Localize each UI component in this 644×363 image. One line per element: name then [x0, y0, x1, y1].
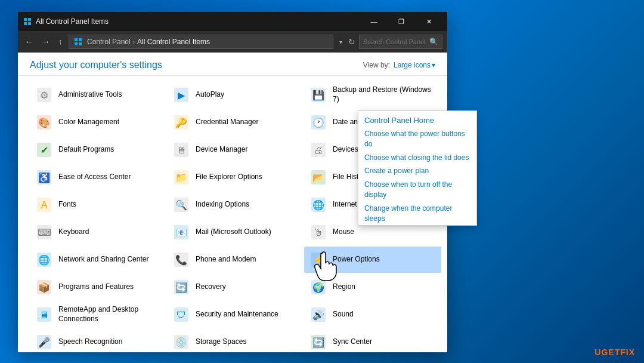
svg-text:A: A: [41, 200, 48, 210]
item-security-maintenance[interactable]: 🛡 Security and Maintenance: [167, 302, 304, 328]
item-autoplay[interactable]: ▶ AutoPlay: [167, 82, 304, 108]
item-remoteapp[interactable]: 🖥 RemoteApp and Desktop Connections: [30, 302, 167, 328]
side-panel-link-2[interactable]: Create a power plan: [358, 164, 476, 178]
item-device-manager[interactable]: 🖥 Device Manager: [167, 137, 304, 163]
item-indexing-options[interactable]: 🔍 Indexing Options: [167, 192, 304, 218]
item-icon-keyboard: ⌨: [35, 223, 54, 242]
item-label-indexing-options: Indexing Options: [196, 200, 249, 210]
item-recovery[interactable]: 🔄 Recovery: [167, 274, 304, 300]
item-icon-ease-of-access: ♿: [35, 168, 54, 187]
item-speech-recognition[interactable]: 🎤 Speech Recognition: [30, 329, 167, 352]
watermark: UGETFIX: [595, 347, 635, 357]
breadcrumb[interactable]: Control Panel › All Control Panel Items: [69, 35, 333, 49]
item-icon-autoplay: ▶: [172, 85, 191, 104]
item-label-device-manager: Device Manager: [196, 145, 247, 155]
breadcrumb-segment-1[interactable]: Control Panel: [87, 38, 131, 46]
item-keyboard[interactable]: ⌨ Keyboard: [30, 219, 167, 245]
side-panel-link-1[interactable]: Choose what closing the lid does: [358, 151, 476, 165]
watermark-brand: UGETFIX: [595, 347, 635, 357]
forward-button[interactable]: →: [39, 36, 52, 48]
item-network-sharing[interactable]: 🌐 Network and Sharing Center: [30, 247, 167, 273]
svg-rect-1: [28, 18, 31, 21]
item-label-color-management: Color Management: [58, 118, 119, 127]
item-programs-features[interactable]: 📦 Programs and Features: [30, 274, 167, 300]
item-icon-administrative-tools: ⚙: [35, 85, 54, 104]
view-by-control: View by: Large icons ▾: [363, 61, 435, 69]
close-button[interactable]: ✕: [415, 12, 442, 31]
item-label-fonts: Fonts: [58, 200, 76, 210]
svg-text:📂: 📂: [312, 172, 324, 183]
chevron-down-icon: ▾: [432, 61, 435, 69]
item-color-management[interactable]: 🎨 Color Management: [30, 109, 167, 136]
svg-text:📧: 📧: [175, 227, 187, 238]
svg-text:🎤: 🎤: [38, 337, 50, 348]
breadcrumb-segment-2[interactable]: All Control Panel Items: [137, 38, 210, 46]
item-mail-outlook[interactable]: 📧 Mail (Microsoft Outlook): [167, 219, 304, 245]
item-file-explorer-options[interactable]: 📁 File Explorer Options: [167, 164, 304, 190]
item-icon-date-time: 🕐: [309, 113, 328, 132]
side-panel-link-3[interactable]: Choose when to turn off the display: [358, 178, 476, 202]
minimize-button[interactable]: —: [360, 12, 388, 31]
svg-text:⚙: ⚙: [40, 90, 48, 100]
item-label-default-programs: Default Programs: [58, 145, 114, 155]
page-title: Adjust your computer's settings: [30, 60, 162, 70]
svg-text:⚡: ⚡: [312, 254, 324, 266]
up-button[interactable]: ↑: [56, 36, 65, 48]
svg-text:🖱: 🖱: [314, 227, 323, 238]
item-icon-recovery: 🔄: [172, 278, 191, 297]
svg-text:⌨: ⌨: [38, 227, 51, 238]
back-button[interactable]: ←: [23, 36, 36, 48]
item-region[interactable]: 🌍 Region: [304, 274, 441, 300]
item-ease-of-access[interactable]: ♿ Ease of Access Center: [30, 164, 167, 190]
svg-text:🌐: 🌐: [38, 254, 50, 266]
item-icon-region: 🌍: [309, 278, 328, 297]
item-icon-network-sharing: 🌐: [35, 250, 54, 269]
power-options-panel: Control Panel Home Choose what the power…: [358, 110, 477, 226]
item-label-backup-restore: Backup and Restore (Windows 7): [333, 85, 436, 104]
window-icon: [23, 17, 32, 26]
title-bar: All Control Panel Items — ❐ ✕: [18, 12, 447, 31]
svg-text:🔑: 🔑: [175, 117, 187, 128]
item-icon-internet-options: 🌐: [309, 195, 328, 214]
item-label-ease-of-access: Ease of Access Center: [58, 173, 131, 182]
desktop: All Control Panel Items — ❐ ✕ ← → ↑ Cont…: [0, 0, 644, 363]
item-label-programs-features: Programs and Features: [58, 282, 134, 292]
item-credential-manager[interactable]: 🔑 Credential Manager: [167, 109, 304, 136]
item-label-region: Region: [333, 282, 355, 292]
side-panel-link-0[interactable]: Choose what the power buttons do: [358, 127, 476, 151]
address-bar: ← → ↑ Control Panel › All Control Panel …: [18, 31, 447, 53]
item-fonts[interactable]: A Fonts: [30, 192, 167, 218]
svg-rect-7: [79, 42, 82, 45]
item-default-programs[interactable]: ✔ Default Programs: [30, 137, 167, 163]
side-panel-link-4[interactable]: Change when the computer sleeps: [358, 202, 476, 226]
item-label-keyboard: Keyboard: [58, 227, 89, 237]
item-label-speech-recognition: Speech Recognition: [58, 337, 122, 347]
search-bar[interactable]: 🔍: [359, 35, 442, 49]
item-icon-credential-manager: 🔑: [172, 113, 191, 132]
side-panel-title: Control Panel Home: [358, 111, 476, 127]
restore-button[interactable]: ❐: [388, 12, 415, 31]
search-input[interactable]: [363, 38, 429, 45]
item-icon-file-history: 📂: [309, 168, 328, 187]
item-label-phone-modem: Phone and Modem: [196, 255, 256, 264]
item-icon-security-maintenance: 🛡: [172, 305, 191, 324]
svg-text:🌐: 🌐: [312, 199, 324, 211]
view-by-dropdown[interactable]: Large icons ▾: [394, 61, 435, 69]
item-icon-sound: 🔊: [309, 305, 328, 324]
item-icon-devices-printers: 🖨: [309, 140, 328, 159]
address-dropdown-button[interactable]: ▾: [337, 39, 345, 45]
svg-rect-2: [24, 22, 27, 25]
svg-text:📦: 📦: [38, 282, 50, 293]
refresh-button[interactable]: ↻: [348, 37, 355, 47]
item-power-options[interactable]: ⚡ Power Options: [304, 247, 441, 273]
svg-text:🔍: 🔍: [175, 199, 187, 211]
item-sound[interactable]: 🔊 Sound: [304, 302, 441, 328]
item-backup-restore[interactable]: 💾 Backup and Restore (Windows 7): [304, 82, 441, 108]
item-sync-center[interactable]: 🔄 Sync Center: [304, 329, 441, 352]
svg-text:📁: 📁: [175, 172, 187, 183]
item-storage-spaces[interactable]: 💿 Storage Spaces: [167, 329, 304, 352]
svg-rect-5: [79, 38, 82, 41]
content-header: Adjust your computer's settings View by:…: [18, 53, 447, 76]
item-administrative-tools[interactable]: ⚙ Administrative Tools: [30, 82, 167, 108]
item-phone-modem[interactable]: 📞 Phone and Modem: [167, 247, 304, 273]
